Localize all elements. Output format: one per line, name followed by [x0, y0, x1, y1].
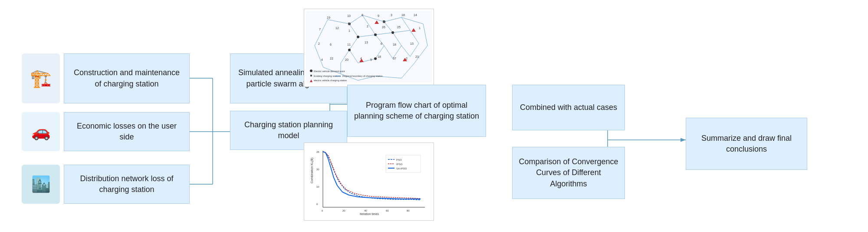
svg-text:2: 2 — [367, 25, 368, 28]
network-map-box: 19 10 8 9 3 18 14 7 12 1 2 26 25 1 2 6 1… — [304, 9, 434, 87]
svg-text:37: 37 — [393, 57, 396, 60]
svg-text:2: 2 — [318, 42, 320, 45]
distribution-icon-box: 🏙️ — [22, 165, 60, 204]
svg-text:23: 23 — [415, 55, 419, 58]
economic-icon: 🚗 — [31, 123, 51, 141]
svg-text:20: 20 — [345, 58, 349, 61]
construction-box: Construction and maintenance of charging… — [64, 53, 190, 103]
svg-text:18: 18 — [401, 13, 405, 17]
svg-text:8: 8 — [362, 13, 363, 17]
final-label: Summarize and draw final conclusions — [691, 133, 802, 155]
svg-text:12: 12 — [335, 27, 339, 30]
svg-text:9: 9 — [378, 14, 379, 17]
svg-text:60: 60 — [386, 209, 389, 212]
svg-point-59 — [374, 57, 377, 60]
svg-text:5: 5 — [370, 58, 372, 61]
svg-text:18: 18 — [393, 43, 396, 46]
program-flow-label: Program flow chart of optimal planning s… — [353, 100, 480, 122]
svg-point-56 — [391, 31, 394, 34]
svg-text:Electric vehicle demand point: Electric vehicle demand point — [314, 70, 345, 73]
program-flow-box: Program flow chart of optimal planning s… — [347, 85, 486, 137]
svg-point-58 — [374, 33, 377, 36]
svg-text:80: 80 — [407, 209, 410, 212]
svg-text:20: 20 — [316, 168, 319, 171]
final-box: Summarize and draw final conclusions — [686, 118, 807, 170]
svg-rect-61 — [383, 20, 385, 23]
svg-text:22: 22 — [330, 57, 333, 60]
svg-text:40: 40 — [364, 209, 367, 212]
construction-label: Construction and maintenance of charging… — [69, 67, 184, 89]
distribution-label: Distribution network loss of charging st… — [69, 173, 184, 195]
distribution-icon: 🏙️ — [31, 175, 51, 193]
convergence-box: Comparison of Convergence Curves of Diff… — [512, 147, 625, 199]
svg-text:26: 26 — [382, 26, 385, 29]
construction-icon: 🏗️ — [30, 68, 52, 89]
network-map-svg: 19 10 8 9 3 18 14 7 12 1 2 26 25 1 2 6 1… — [306, 11, 432, 83]
svg-text:0: 0 — [316, 203, 318, 205]
svg-text:10: 10 — [316, 186, 319, 188]
svg-text:SA-IPSO: SA-IPSO — [396, 167, 407, 170]
svg-text:1: 1 — [419, 27, 421, 30]
svg-text:IPSO: IPSO — [396, 163, 403, 166]
convergence-label: Comparison of Convergence Curves of Diff… — [518, 156, 619, 189]
svg-text:Iteration times: Iteration times — [360, 212, 379, 215]
svg-text:6: 6 — [381, 42, 382, 45]
svg-text:6: 6 — [330, 43, 332, 46]
svg-rect-64 — [310, 75, 312, 76]
economic-label: Economic losses on the user side — [69, 121, 184, 143]
svg-point-57 — [348, 49, 351, 51]
economic-box: Economic losses on the user side — [64, 112, 190, 151]
planning-label: Charging station planning model — [236, 119, 342, 141]
svg-text:2: 2 — [406, 57, 408, 60]
svg-text:25: 25 — [397, 26, 401, 29]
svg-text:0: 0 — [322, 209, 323, 212]
svg-text:13: 13 — [410, 42, 414, 45]
svg-point-55 — [357, 36, 359, 38]
actual-cases-box: Combined with actual cases — [512, 85, 625, 130]
svg-text:14: 14 — [414, 13, 417, 17]
construction-icon-box: 🏗️ — [22, 53, 60, 103]
svg-text:11: 11 — [347, 43, 351, 46]
actual-cases-label: Combined with actual cases — [520, 102, 617, 113]
svg-text:25: 25 — [316, 151, 319, 153]
economic-icon-box: 🚗 — [22, 112, 60, 151]
svg-text:Combination KL(B): Combination KL(B) — [310, 158, 314, 183]
svg-text:Regional boundary of charging : Regional boundary of charging station — [342, 75, 383, 77]
svg-text:3: 3 — [391, 13, 392, 17]
svg-text:13: 13 — [365, 41, 368, 44]
svg-text:10: 10 — [347, 14, 351, 17]
diagram-container: 🏗️ Construction and maintenance of charg… — [0, 0, 868, 232]
svg-text:1: 1 — [349, 29, 350, 32]
svg-text:19: 19 — [327, 16, 330, 19]
distribution-box: Distribution network loss of charging st… — [64, 165, 190, 204]
svg-text:4: 4 — [321, 58, 323, 61]
svg-text:electric vehicle charging stat: electric vehicle charging station — [314, 79, 347, 82]
svg-text:20: 20 — [342, 209, 345, 212]
convergence-chart-box: Combination KL(B) Iteration times 25 20 … — [304, 143, 434, 221]
svg-text:PSO: PSO — [396, 159, 402, 161]
convergence-chart-svg: Combination KL(B) Iteration times 25 20 … — [308, 146, 431, 218]
svg-text:7: 7 — [319, 28, 321, 31]
svg-rect-60 — [348, 23, 350, 25]
svg-text:18: 18 — [378, 55, 381, 58]
svg-point-62 — [310, 70, 312, 72]
